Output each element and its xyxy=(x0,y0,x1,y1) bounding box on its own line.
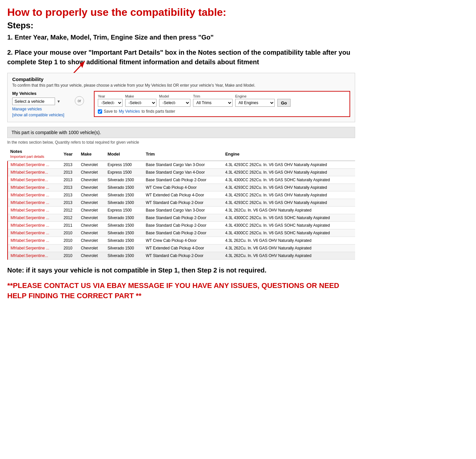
model-cell: Silverado 1500 xyxy=(105,237,143,244)
save-row: Save to My Vehicles to finds parts faste… xyxy=(98,109,346,114)
table-row: Mfrlabel:Serpentine ...2013ChevroletSilv… xyxy=(8,191,355,199)
step1-text: 1. Enter Year, Make, Model, Trim, Engine… xyxy=(7,33,355,42)
make-cell: Chevrolet xyxy=(78,237,105,244)
year-cell: 2012 xyxy=(61,207,78,214)
trim-cell: WT Crew Cab Pickup 4-Door xyxy=(143,237,222,244)
make-cell: Chevrolet xyxy=(78,199,105,207)
year-field: Year -Select- xyxy=(98,94,123,107)
year-cell: 2013 xyxy=(61,199,78,207)
trim-cell: Base Standard Cargo Van 4-Door xyxy=(143,169,222,176)
table-row: Mfrlabel:Serpentine ...2013ChevroletExpr… xyxy=(8,161,355,169)
vehicle-select-dropdown[interactable]: Select a vehicle xyxy=(12,98,55,105)
notes-cell: Mfrlabel:Serpentine ... xyxy=(8,191,61,199)
year-cell: 2013 xyxy=(61,184,78,191)
table-body: Mfrlabel:Serpentine ...2013ChevroletExpr… xyxy=(8,161,355,260)
step2-text: 2. Place your mouse over "Important Part… xyxy=(7,48,355,67)
model-field: Model -Select- xyxy=(159,94,190,107)
year-cell: 2013 xyxy=(61,176,78,184)
my-vehicles-section: My Vehicles Select a vehicle ▼ Manage ve… xyxy=(12,91,65,117)
model-cell: Silverado 1500 xyxy=(105,252,143,260)
make-cell: Chevrolet xyxy=(78,222,105,229)
engine-cell: 4.3L 4293CC 262Cu. In. V6 GAS OHV Natura… xyxy=(223,161,355,169)
model-select[interactable]: -Select- xyxy=(159,99,190,107)
model-cell: Silverado 1500 xyxy=(105,244,143,252)
notes-cell: Mfrlabel:Serpentine ... xyxy=(8,237,61,244)
vehicle-select-row: Select a vehicle ▼ xyxy=(12,98,65,105)
year-cell: 2010 xyxy=(61,252,78,260)
compat-table: Notes Important part details Year Make M… xyxy=(7,147,355,260)
engine-cell: 4.3L 262Cu. In. V6 GAS OHV Naturally Asp… xyxy=(223,244,355,252)
engine-select[interactable]: All Engines xyxy=(235,99,275,107)
engine-cell: 4.3L 4300CC 262Cu. In. V6 GAS SOHC Natur… xyxy=(223,214,355,222)
year-cell: 2010 xyxy=(61,229,78,237)
or-divider: or xyxy=(75,96,84,105)
col-year: Year xyxy=(61,147,78,161)
make-select[interactable]: -Select- xyxy=(125,99,156,107)
table-row: Mfrlabel:Serpentine ...2012ChevroletExpr… xyxy=(8,207,355,214)
trim-cell: Base Standard Cab Pickup 2-Door xyxy=(143,222,222,229)
make-cell: Chevrolet xyxy=(78,191,105,199)
table-row: Mfrlabel:Serpentine ...2010ChevroletSilv… xyxy=(8,237,355,244)
model-cell: Silverado 1500 xyxy=(105,222,143,229)
col-notes-sub: Important part details xyxy=(10,155,44,158)
notes-cell: Mfrlabel:Serpentine ... xyxy=(8,214,61,222)
compat-count-bar: This part is compatible with 1000 vehicl… xyxy=(7,127,355,138)
model-cell: Silverado 1500 xyxy=(105,191,143,199)
year-cell: 2010 xyxy=(61,237,78,244)
col-engine: Engine xyxy=(223,147,355,161)
notes-cell: Mfrlabel:Serpentine ... xyxy=(8,244,61,252)
engine-cell: 4.3L 4293CC 262Cu. In. V6 GAS OHV Natura… xyxy=(223,191,355,199)
contact-section: **PLEASE CONTACT US VIA EBAY MESSAGE IF … xyxy=(7,281,355,301)
model-cell: Silverado 1500 xyxy=(105,199,143,207)
table-row: Mfrlabel:Serpentine ...2012ChevroletSilv… xyxy=(8,214,355,222)
engine-cell: 4.3L 4293CC 262Cu. In. V6 GAS OHV Natura… xyxy=(223,199,355,207)
engine-cell: 4.3L 4300CC 262Cu. In. V6 GAS SOHC Natur… xyxy=(223,176,355,184)
model-cell: Silverado 1500 xyxy=(105,229,143,237)
make-label: Make xyxy=(125,94,156,98)
trim-cell: Base Standard Cargo Van 3-Door xyxy=(143,161,222,169)
make-cell: Chevrolet xyxy=(78,207,105,214)
show-all-link[interactable]: [show all compatible vehicles] xyxy=(12,113,65,117)
make-cell: Chevrolet xyxy=(78,176,105,184)
year-cell: 2012 xyxy=(61,214,78,222)
trim-cell: WT Standard Cab Pickup 2-Door xyxy=(143,199,222,207)
engine-field: Engine All Engines xyxy=(235,94,275,107)
trim-cell: WT Extended Cab Pickup 4-Door xyxy=(143,244,222,252)
annotation-wrapper: Compatibility To confirm that this part … xyxy=(7,73,355,122)
table-row: Mfrlabel:Serpentine ...2013ChevroletSilv… xyxy=(8,184,355,191)
model-cell: Silverado 1500 xyxy=(105,214,143,222)
year-cell: 2013 xyxy=(61,191,78,199)
make-cell: Chevrolet xyxy=(78,252,105,260)
make-cell: Chevrolet xyxy=(78,161,105,169)
table-row: Mfrlabel:Serpentine...2010ChevroletSilve… xyxy=(8,252,355,260)
engine-cell: 4.3L 4293CC 262Cu. In. V6 GAS OHV Natura… xyxy=(223,169,355,176)
page-title: How to properly use the compatibility ta… xyxy=(7,6,355,18)
manage-vehicles-link[interactable]: Manage vehicles xyxy=(12,107,65,111)
my-vehicles-link[interactable]: My Vehicles xyxy=(119,109,140,114)
save-checkbox[interactable] xyxy=(98,109,102,114)
compat-top-row: My Vehicles Select a vehicle ▼ Manage ve… xyxy=(12,91,350,117)
make-cell: Chevrolet xyxy=(78,184,105,191)
year-select[interactable]: -Select- xyxy=(98,99,123,107)
table-header-row: Notes Important part details Year Make M… xyxy=(8,147,355,161)
table-row: Mfrlabel:Serpentine ...2013ChevroletSilv… xyxy=(8,199,355,207)
model-cell: Express 1500 xyxy=(105,169,143,176)
notes-cell: Mfrlabel:Serpentine ... xyxy=(8,207,61,214)
go-button[interactable]: Go xyxy=(277,99,291,107)
make-cell: Chevrolet xyxy=(78,214,105,222)
trim-label: Trim xyxy=(193,94,233,98)
trim-select[interactable]: All Trims xyxy=(193,99,233,107)
col-trim: Trim xyxy=(143,147,222,161)
trim-cell: Base Standard Cab Pickup 2-Door xyxy=(143,229,222,237)
save-text: Save to xyxy=(104,109,117,114)
engine-cell: 4.3L 262Cu. In. V6 GAS OHV Naturally Asp… xyxy=(223,207,355,214)
table-row: Mfrlabel:Serpentine ...2010ChevroletSilv… xyxy=(8,244,355,252)
engine-cell: 4.3L 4300CC 262Cu. In. V6 GAS SOHC Natur… xyxy=(223,229,355,237)
col-model: Model xyxy=(105,147,143,161)
col-make: Make xyxy=(78,147,105,161)
compat-title: Compatibility xyxy=(12,76,350,82)
col-notes-label: Notes xyxy=(10,149,22,154)
notes-cell: Mfrlabel:Serpentine ... xyxy=(8,184,61,191)
compatibility-widget: Compatibility To confirm that this part … xyxy=(7,73,355,122)
table-row: Mfrlabel:Serpentine ...2010ChevroletSilv… xyxy=(8,229,355,237)
